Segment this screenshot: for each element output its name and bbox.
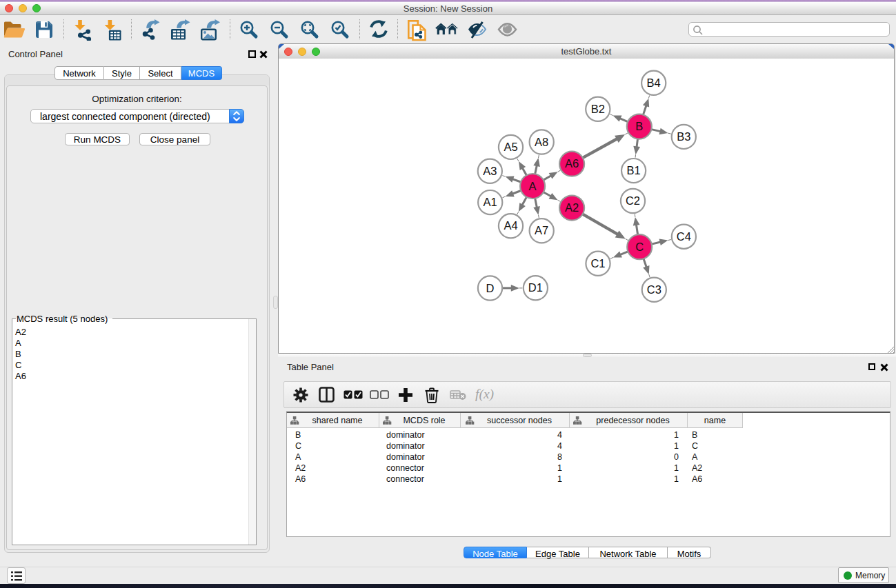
svg-text:B2: B2 [591,103,605,115]
svg-text:A1: A1 [484,196,497,208]
svg-text:A2: A2 [565,201,579,214]
svg-text:B3: B3 [677,130,690,143]
svg-text:A6: A6 [565,157,579,170]
svg-text:C2: C2 [626,194,640,207]
svg-text:C3: C3 [647,283,661,296]
svg-text:A: A [529,180,537,192]
svg-text:C1: C1 [590,257,605,270]
svg-text:C4: C4 [677,230,691,243]
svg-text:A4: A4 [504,219,517,232]
svg-text:D1: D1 [528,281,543,294]
svg-text:B: B [635,120,643,132]
svg-text:A3: A3 [483,165,497,177]
svg-text:A8: A8 [535,136,548,148]
svg-text:A5: A5 [504,141,517,153]
svg-text:B1: B1 [627,164,641,176]
svg-text:A7: A7 [535,224,548,236]
svg-text:C: C [635,241,644,253]
svg-text:B4: B4 [647,77,661,89]
svg-text:D: D [486,282,495,294]
